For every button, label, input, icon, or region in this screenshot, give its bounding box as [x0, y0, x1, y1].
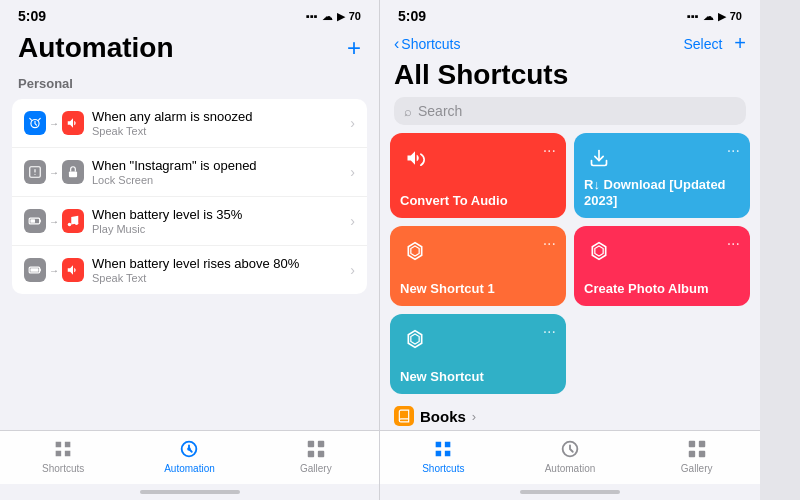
automation-item[interactable]: → When battery level is 35% Play Music › [12, 197, 367, 246]
new-shortcut-icon [400, 324, 430, 354]
automation-title: Automation [18, 32, 174, 64]
auto-icon-battery2 [24, 258, 46, 282]
back-chevron-icon: ‹ [394, 36, 399, 52]
status-icons-left: ▪▪▪ ☁ ▶ 7‌0 [306, 10, 361, 23]
gallery-tab-icon [304, 437, 328, 461]
card-label-3: Create Photo Album [584, 281, 740, 297]
tab-shortcuts-left[interactable]: Shortcuts [0, 437, 126, 474]
search-icon: ⌕ [404, 104, 412, 119]
gallery-tab-icon-right [685, 437, 709, 461]
auto-icons-3: → [24, 258, 84, 282]
time-left: 5:09 [18, 8, 46, 24]
svg-rect-10 [308, 441, 314, 447]
auto-text-0: When any alarm is snoozed Speak Text [84, 109, 350, 137]
status-bar-right: 5:09 ▪▪▪ ☁ ▶ 7‌0 [380, 0, 760, 28]
card-label-4: New Shortcut [400, 369, 556, 385]
svg-marker-16 [411, 246, 419, 256]
card-menu-0[interactable]: ··· [543, 143, 556, 159]
auto-text-1: When "Instagram" is opened Lock Screen [84, 158, 350, 186]
svg-rect-22 [688, 441, 694, 447]
svg-point-9 [188, 447, 192, 451]
home-indicator-left [0, 484, 379, 500]
auto-main-2: When battery level is 35% [92, 207, 342, 222]
automation-list: → When any alarm is snoozed Speak Text ›… [12, 99, 367, 294]
tab-shortcuts-right[interactable]: Shortcuts [380, 437, 507, 474]
automation-item[interactable]: → When battery level rises above 80% Spe… [12, 246, 367, 294]
automation-tab-label-left: Automation [164, 463, 215, 474]
status-bar-left: 5:09 ▪▪▪ ☁ ▶ 7‌0 [0, 0, 379, 28]
card-menu-2[interactable]: ··· [543, 236, 556, 252]
svg-rect-3 [30, 219, 35, 223]
right-phone: 5:09 ▪▪▪ ☁ ▶ 7‌0 ‹ Shortcuts Select + Al… [380, 0, 760, 500]
tab-gallery-right[interactable]: Gallery [633, 437, 760, 474]
grid-row-0: ··· Convert To Audio ··· R↓ Download [Up… [390, 133, 750, 218]
automation-header: Automation + [0, 28, 379, 72]
card-menu-3[interactable]: ··· [727, 236, 740, 252]
tab-bar-left: Shortcuts Automation Galler [0, 430, 379, 484]
tab-gallery-left[interactable]: Gallery [253, 437, 379, 474]
tab-automation-right[interactable]: Automation [507, 437, 634, 474]
back-label: Shortcuts [401, 36, 460, 52]
shortcut-card-download[interactable]: ··· R↓ Download [Updated 2023] [574, 133, 750, 218]
card-label-2: New Shortcut 1 [400, 281, 556, 297]
svg-rect-11 [318, 441, 324, 447]
auto-icon-speak2 [62, 258, 84, 282]
books-chevron-icon: › [472, 409, 476, 424]
tab-automation-left[interactable]: Automation [126, 437, 252, 474]
card-menu-1[interactable]: ··· [727, 143, 740, 159]
select-button[interactable]: Select [683, 36, 722, 52]
auto-sub-1: Lock Screen [92, 174, 342, 186]
auto-icon-music [62, 209, 84, 233]
time-right: 5:09 [398, 8, 426, 24]
svg-point-4 [68, 223, 72, 227]
chevron-3: › [350, 262, 355, 278]
svg-rect-24 [688, 451, 694, 457]
shortcut-card-convert-audio[interactable]: ··· Convert To Audio [390, 133, 566, 218]
automation-item[interactable]: → When "Instagram" is opened Lock Screen… [12, 148, 367, 197]
arrow-3: → [49, 265, 59, 276]
card-menu-4[interactable]: ··· [543, 324, 556, 340]
card-label-0: Convert To Audio [400, 193, 556, 209]
home-bar-right [520, 490, 620, 494]
automation-tab-label-right: Automation [545, 463, 596, 474]
grid-row-1: ··· New Shortcut 1 ··· Create Photo Albu… [390, 226, 750, 306]
add-shortcut-button[interactable]: + [734, 32, 746, 55]
svg-rect-25 [699, 451, 705, 457]
auto-icons-0: → [24, 111, 84, 135]
auto-icon-speak [62, 111, 84, 135]
gallery-tab-label-left: Gallery [300, 463, 332, 474]
auto-icon-battery [24, 209, 46, 233]
automation-item[interactable]: → When any alarm is snoozed Speak Text › [12, 99, 367, 148]
arrow-1: → [49, 167, 59, 178]
convert-audio-icon [400, 143, 430, 173]
svg-marker-18 [595, 246, 603, 256]
auto-icon-app [24, 160, 46, 184]
auto-icon-lock [62, 160, 84, 184]
chevron-0: › [350, 115, 355, 131]
card-top-4: ··· [400, 324, 556, 354]
automation-tab-icon-right [558, 437, 582, 461]
arrow-2: → [49, 216, 59, 227]
download-icon [584, 143, 614, 173]
shortcut-card-photo-album[interactable]: ··· Create Photo Album [574, 226, 750, 306]
shortcut-card-new[interactable]: ··· New Shortcut [390, 314, 566, 394]
svg-rect-12 [308, 451, 314, 457]
search-bar[interactable]: ⌕ Search [394, 97, 746, 125]
home-bar-left [140, 490, 240, 494]
shortcut-card-new1[interactable]: ··· New Shortcut 1 [390, 226, 566, 306]
books-section-header[interactable]: Books › [390, 402, 750, 430]
add-automation-button[interactable]: + [347, 36, 361, 60]
svg-marker-20 [411, 334, 419, 344]
tab-bar-right: Shortcuts Automation Gallery [380, 430, 760, 484]
svg-rect-13 [318, 451, 324, 457]
photo-album-icon [584, 236, 614, 266]
search-placeholder: Search [418, 103, 462, 119]
automation-tab-icon [177, 437, 201, 461]
personal-section-label: Personal [0, 72, 379, 95]
new-shortcut1-icon [400, 236, 430, 266]
shortcuts-tab-icon [51, 437, 75, 461]
books-icon [394, 406, 414, 426]
all-shortcuts-title: All Shortcuts [380, 59, 760, 97]
back-to-shortcuts[interactable]: ‹ Shortcuts [394, 36, 460, 52]
auto-sub-2: Play Music [92, 223, 342, 235]
